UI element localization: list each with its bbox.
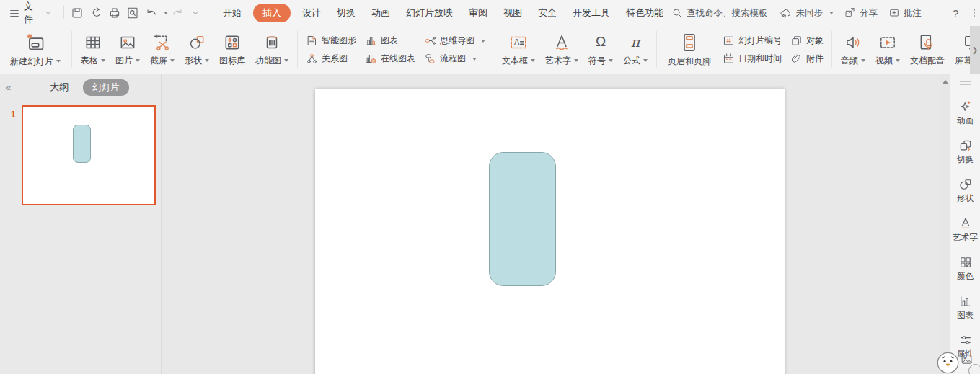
sidebar-item-charts[interactable]: 图表 [957,294,974,321]
insert-chart-button[interactable]: 图表 [365,35,415,47]
sidebar-item-wordart[interactable]: 艺术字 [953,216,978,243]
tab-start[interactable]: 开始 [223,6,242,19]
sidebar-item-shapes[interactable]: 形状 [957,177,974,204]
wordart-button[interactable]: 艺术字 [540,33,583,67]
ribbon-scroll-right-strip[interactable]: ❯ [970,26,980,74]
tab-security[interactable]: 安全 [538,6,557,19]
tab-transition[interactable]: 切换 [337,6,356,19]
assistant-mascot-avatar[interactable] [937,352,959,374]
relation-diagram-icon [306,53,318,65]
tab-special-features[interactable]: 特色功能 [626,6,663,19]
scroll-up-arrow[interactable] [943,80,948,84]
menubar-right-tools: 查找命令、搜索模板 未同步 分享 批注 ? [671,6,980,19]
formula-button[interactable]: π 公式 [618,33,653,67]
header-footer-label: 页眉和页脚 [668,55,711,68]
attachment-button[interactable]: 附件 [790,53,824,65]
comment-button[interactable]: 批注 [888,7,922,19]
panel-tabs: « 大纲 幻灯片 [0,74,161,100]
transition-icon [958,138,973,153]
slide-number-column: 幻灯片编号 日期和时间 [723,35,782,65]
rounded-rectangle-shape[interactable] [489,152,556,286]
relation-diagram-button[interactable]: 关系图 [306,53,356,65]
smart-graphic-button[interactable]: 智能图形 [306,35,356,47]
undo-dropdown-caret[interactable] [164,12,168,14]
symbol-button[interactable]: Ω 符号 [583,33,618,67]
animation-star-icon [958,99,973,114]
tab-slides[interactable]: 幻灯片 [83,79,129,96]
mindmap-button[interactable]: 思维导图 [424,35,485,47]
slide-number-icon [723,35,735,47]
slide-page[interactable] [315,89,785,374]
sync-status-button[interactable]: 未同步 [779,7,834,19]
header-footer-button[interactable]: 页眉和页脚 [661,32,718,68]
undo-button[interactable] [143,4,160,22]
save-button[interactable] [69,4,87,22]
command-search[interactable]: 查找命令、搜索模板 [671,7,768,19]
more-options-icon[interactable] [969,8,979,18]
help-button[interactable]: ? [953,7,958,19]
new-slide-label: 新建幻灯片 [10,55,61,68]
diagram-button-column: 智能图形 关系图 [306,35,356,65]
tab-slideshow[interactable]: 幻灯片放映 [406,6,453,19]
insert-object-button[interactable]: 对象 [790,35,824,47]
textbox-button[interactable]: A 文本框 [497,33,540,67]
wordart-icon [552,33,571,52]
tab-animation[interactable]: 动画 [371,6,390,19]
svg-text:A: A [514,37,520,48]
share-button[interactable]: 分享 [844,7,878,19]
slide-editing-canvas[interactable] [162,74,940,374]
screenshot-button[interactable]: 截屏 [145,33,180,67]
print-button[interactable] [106,4,123,22]
mindmap-icon [424,35,436,47]
new-slide-icon [25,32,45,53]
tab-design[interactable]: 设计 [302,6,321,19]
print-preview-button[interactable] [124,4,141,22]
datetime-button[interactable]: 日期和时间 [723,53,782,65]
doc-voiceover-button[interactable]: 文档配音 [905,33,950,67]
sidebar-item-animation[interactable]: 动画 [957,99,974,126]
datetime-icon [723,53,735,65]
sidebar-item-transition[interactable]: 切换 [957,138,974,165]
chart-button-column: 图表 在线图表 [365,35,415,65]
online-chart-button[interactable]: 在线图表 [365,53,415,65]
comment-icon [888,7,900,19]
collapse-panel-button[interactable]: « [6,82,11,93]
sidebar-drag-handle[interactable] [960,79,971,87]
export-button[interactable] [87,4,105,22]
insert-image-shortcut-button[interactable] [960,353,974,365]
slide-thumbnail-selected[interactable] [22,105,156,205]
search-placeholder: 查找命令、搜索模板 [687,7,768,19]
tab-view[interactable]: 视图 [503,6,522,19]
tab-devtools[interactable]: 开发工具 [573,6,610,19]
ribbon-scroll-right-glyph: ❯ [972,46,978,54]
formula-label: 公式 [623,55,648,67]
tab-review[interactable]: 审阅 [469,6,487,19]
redo-button[interactable] [169,4,186,22]
audio-button[interactable]: 音频 [836,33,870,67]
customize-toolbar-button[interactable] [187,4,204,22]
tab-insert[interactable]: 插入 [253,4,291,22]
corner-partial-button[interactable] [968,364,980,374]
chart-icon [365,35,377,47]
icon-library-button[interactable]: 图标库 [214,33,250,67]
slide-number-button[interactable]: 幻灯片编号 [723,35,782,47]
wps-presentation-window: 文件 [0,0,980,374]
insert-picture-button[interactable]: 图片 [110,33,145,67]
function-diagram-button[interactable]: 功能图 [250,33,293,67]
ribbon-group-divider [297,31,298,68]
new-slide-button[interactable]: 新建幻灯片 [3,32,68,68]
tab-outline[interactable]: 大纲 [50,81,69,94]
cloud-sync-icon [779,7,793,19]
video-button[interactable]: 视频 [870,33,905,67]
canvas-vertical-scrollbar[interactable] [940,74,950,374]
chevron-down-icon [45,9,51,17]
insert-shapes-button[interactable]: 形状 [180,33,214,67]
function-diagram-icon [262,33,281,52]
file-menu-button[interactable]: 文件 [9,0,52,26]
flowchart-button[interactable]: 流程图 [424,53,485,65]
insert-table-button[interactable]: 表格 [76,33,110,67]
header-footer-icon [679,32,699,53]
mindmap-button-column: 思维导图 流程图 [424,35,485,65]
doc-voiceover-icon [918,33,937,52]
sidebar-item-colors[interactable]: 颜色 [957,255,974,282]
